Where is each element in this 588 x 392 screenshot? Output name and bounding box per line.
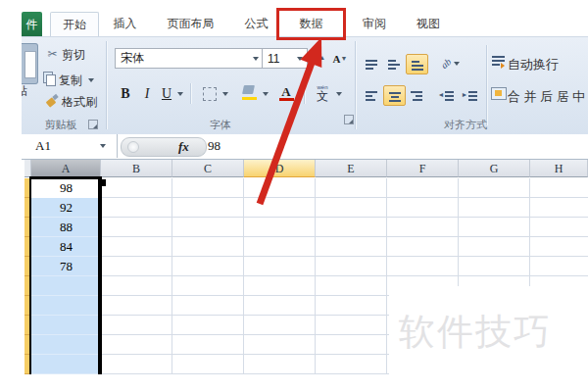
italic-button[interactable]: I (138, 83, 156, 104)
font-group-label: 字体 (186, 118, 255, 132)
merge-center-icon (491, 87, 507, 100)
selection-border-right (98, 178, 102, 374)
sheet-grid[interactable]: 软件技巧 98 92 88 84 78 (24, 178, 588, 374)
cut-button[interactable]: 剪切 (62, 47, 85, 64)
name-box[interactable]: A1 (22, 134, 118, 158)
row-header-corner[interactable] (24, 160, 31, 177)
font-size-combo[interactable]: 11 (262, 48, 308, 69)
excel-window: 件 开始 插入 页面布局 公式 数据 审阅 视图 贴 ✂ 剪切 复制 格式刷 剪… (0, 0, 588, 392)
cut-icon: ✂ (45, 46, 60, 61)
decrease-indent-icon: ◄ (438, 91, 445, 98)
formula-bar-grip: fx (121, 137, 207, 157)
borders-dropdown-icon[interactable] (222, 92, 228, 96)
watermark-text: 软件技巧 (399, 308, 552, 357)
cell-a2-value[interactable]: 92 (31, 198, 101, 218)
align-middle-icon (388, 58, 400, 70)
phonetic-char: 文 (317, 90, 328, 103)
column-header-row: A B C D E F G H (24, 160, 588, 178)
orientation-dropdown-icon[interactable] (454, 62, 460, 66)
small-divider (304, 83, 305, 104)
column-header-c[interactable]: C (172, 160, 244, 177)
copy-button[interactable]: 复制 (59, 73, 82, 89)
font-name-dropdown-icon[interactable] (253, 57, 259, 61)
align-left-button[interactable] (361, 85, 381, 104)
tab-home[interactable]: 开始 (50, 12, 99, 37)
cell-a1-value[interactable]: 98 (31, 178, 101, 198)
orientation-icon: ab (438, 56, 453, 71)
phonetic-dropdown-icon[interactable] (336, 92, 342, 96)
tab-page-layout[interactable]: 页面布局 (152, 12, 229, 36)
font-color-swatch (279, 98, 294, 101)
paste-label-partial: 贴 (22, 83, 33, 100)
column-header-g[interactable]: G (459, 160, 530, 177)
font-color-button[interactable]: A (275, 83, 297, 104)
small-divider (486, 45, 487, 125)
orientation-button[interactable]: ab (435, 54, 465, 73)
fill-bucket-icon (242, 85, 255, 94)
borders-button[interactable] (198, 83, 221, 104)
fill-handle[interactable] (99, 179, 106, 186)
name-box-dropdown-icon[interactable] (100, 144, 106, 148)
fill-color-button[interactable] (238, 83, 262, 104)
cell-a4-value[interactable]: 84 (31, 237, 101, 257)
paste-button-partial[interactable] (22, 43, 38, 84)
grow-font-button[interactable]: A▲ (307, 48, 328, 67)
alignment-group-label: 对齐方式 (416, 118, 514, 132)
annotation-highlight-box (276, 8, 346, 40)
decrease-indent-button[interactable]: ◄ (435, 85, 457, 104)
name-box-value: A1 (35, 138, 51, 154)
bold-button[interactable]: B (115, 83, 136, 104)
align-top-button[interactable] (361, 54, 381, 73)
font-name-value: 宋体 (121, 50, 144, 67)
align-bottom-button[interactable] (406, 54, 428, 74)
underline-dropdown-icon[interactable] (177, 92, 183, 96)
font-size-value: 11 (268, 52, 279, 66)
shrink-font-button[interactable]: A▼ (330, 50, 350, 67)
font-name-combo[interactable]: 宋体 (115, 48, 264, 69)
borders-icon (203, 87, 217, 101)
wrap-text-icon (492, 55, 505, 67)
selection-border-top (29, 176, 102, 179)
tab-view[interactable]: 视图 (404, 12, 453, 36)
underline-button[interactable]: U (157, 83, 176, 104)
font-dialog-launcher-icon[interactable] (344, 115, 354, 124)
align-center-button[interactable] (383, 85, 406, 106)
column-header-a[interactable]: A (31, 160, 101, 177)
align-left-icon (366, 89, 377, 101)
insert-function-button[interactable]: fx (178, 139, 189, 155)
format-painter-icon (46, 95, 58, 107)
group-divider (355, 41, 356, 129)
wrap-text-button[interactable]: 自动换行 (508, 56, 559, 74)
small-divider (190, 83, 191, 104)
font-size-dropdown-icon[interactable] (297, 57, 303, 61)
ribbon: 贴 ✂ 剪切 复制 格式刷 剪贴板 宋体 11 A▲ A▼ B I U (22, 36, 588, 136)
tab-formulas[interactable]: 公式 (233, 12, 279, 36)
tab-insert[interactable]: 插入 (102, 12, 148, 36)
format-painter-button[interactable]: 格式刷 (62, 94, 97, 111)
column-header-h[interactable]: H (530, 160, 588, 177)
column-header-f[interactable]: F (387, 160, 459, 177)
cell-a3-value[interactable]: 88 (31, 218, 101, 237)
watermark-zone: 软件技巧 (389, 286, 588, 374)
group-divider (106, 41, 107, 129)
align-right-button[interactable] (406, 85, 426, 104)
increase-indent-button[interactable]: ► (459, 85, 480, 104)
column-header-b[interactable]: B (101, 160, 172, 177)
align-center-icon (389, 90, 401, 102)
phonetic-button[interactable]: wén 文 (310, 83, 335, 104)
column-header-e[interactable]: E (316, 160, 387, 177)
column-header-d[interactable]: D (244, 160, 316, 177)
tab-review[interactable]: 审阅 (350, 12, 399, 36)
clipboard-dialog-launcher-icon[interactable] (88, 120, 98, 129)
paste-doc-icon (24, 51, 36, 78)
formula-bar-value[interactable]: 98 (208, 138, 220, 154)
tab-file[interactable]: 件 (22, 12, 42, 37)
copy-dropdown-icon[interactable] (88, 78, 94, 82)
formula-bar: A1 fx 98 (22, 134, 588, 160)
align-middle-button[interactable] (383, 54, 404, 73)
merge-center-button[interactable]: 合并后居中 (508, 88, 588, 106)
align-top-icon (366, 58, 377, 70)
align-right-icon (411, 89, 422, 101)
cell-a5-value[interactable]: 78 (31, 257, 101, 276)
fill-color-dropdown-icon[interactable] (263, 92, 269, 96)
